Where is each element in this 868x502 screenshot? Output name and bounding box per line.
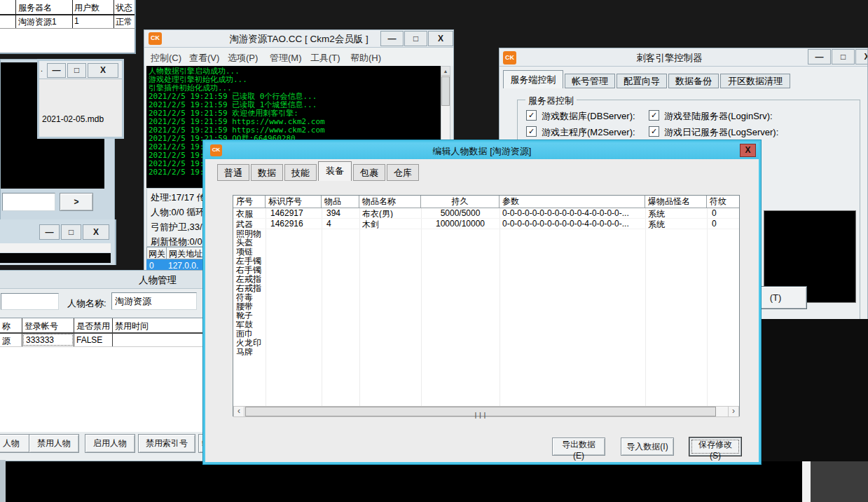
slot-row[interactable]: 右戒指 xyxy=(233,284,739,293)
slot-row[interactable]: 右手镯 xyxy=(233,266,739,275)
scroll-right-icon[interactable]: › xyxy=(728,407,738,416)
export-data-button[interactable]: 导出数据(E) xyxy=(552,437,605,456)
enable-character-button[interactable]: 启用人物 xyxy=(85,434,135,453)
tab-data[interactable]: 数据 xyxy=(251,164,283,181)
scroll-up-icon[interactable]: ▲ xyxy=(441,67,450,76)
column-header-params[interactable]: 参数 xyxy=(500,196,645,208)
equipment-row[interactable]: 衣服 1462917 394 布衣(男) 5000/5000 0-0-0-0-0… xyxy=(233,208,739,219)
scrollbar-thumb[interactable]: ||| xyxy=(245,407,716,416)
cell-durability: 10000/10000 xyxy=(421,219,500,229)
slot-row[interactable]: 腰带 xyxy=(233,302,739,311)
close-button[interactable]: X xyxy=(855,49,868,65)
minimize-button[interactable]: — xyxy=(39,224,60,240)
cell-slot: 衣服 xyxy=(233,208,266,218)
checkbox-loginsrv[interactable]: ✓ xyxy=(649,110,659,121)
bottom-gray-strip xyxy=(811,460,868,502)
divider xyxy=(166,247,167,259)
import-data-button[interactable]: 导入数据(I) xyxy=(621,437,674,456)
slot-row[interactable]: 照明物 xyxy=(233,229,739,238)
gateway-id: 0 xyxy=(149,261,154,271)
scroll-left-icon[interactable]: ‹ xyxy=(234,407,244,416)
slot-row[interactable]: 靴子 xyxy=(233,311,739,320)
checkbox-dbserver[interactable]: ✓ xyxy=(526,110,537,121)
right-dark-region xyxy=(761,319,868,461)
character-name-input[interactable] xyxy=(111,292,197,310)
column-header-slot[interactable]: 序号 xyxy=(233,196,266,208)
slot-row[interactable]: 马牌 xyxy=(233,348,739,357)
tab-zone-data-clean[interactable]: 开区数据清理 xyxy=(720,74,790,88)
column-header-rune[interactable]: 符纹 xyxy=(707,196,739,208)
next-button[interactable]: > xyxy=(60,193,93,211)
black-bar xyxy=(0,253,111,263)
tab-general[interactable]: 普通 xyxy=(217,164,249,181)
equipment-table: 序号 标识序号 物品 物品名称 持久 参数 爆物品怪名 符纹 衣服 146291… xyxy=(233,195,740,416)
minimize-button[interactable]: — xyxy=(380,31,404,46)
menu-item-help[interactable]: 帮助(H) xyxy=(350,52,381,65)
column-header-durability[interactable]: 持久 xyxy=(421,196,500,208)
white-band xyxy=(0,243,111,252)
account-row-login[interactable]: 333333 xyxy=(26,335,54,345)
equipment-row[interactable]: 武器 1462916 4 木剑 10000/10000 0-0-0-0-0-0-… xyxy=(233,219,739,229)
checkbox-logserver[interactable]: ✓ xyxy=(649,126,659,137)
slot-row[interactable]: 头盔 xyxy=(233,238,739,247)
slot-row[interactable]: 火龙印 xyxy=(233,339,739,348)
filter-input[interactable] xyxy=(1,293,59,310)
maximize-button[interactable]: □ xyxy=(404,31,427,46)
tab-equipment[interactable]: 装备 xyxy=(318,161,352,181)
save-changes-button[interactable]: 保存修改(S) xyxy=(689,437,741,456)
close-button[interactable]: X xyxy=(740,144,756,157)
tab-skills[interactable]: 技能 xyxy=(284,164,317,181)
menu-item-control[interactable]: 控制(C) xyxy=(151,52,181,65)
maximize-button[interactable]: □ xyxy=(832,49,855,65)
close-button[interactable]: X xyxy=(83,224,109,240)
maximize-button[interactable]: □ xyxy=(67,63,86,78)
checkbox-m2server[interactable]: ✓ xyxy=(526,126,537,137)
horizontal-scrollbar[interactable]: ‹ ||| › xyxy=(233,406,739,417)
cell-params: 0-0-0-0-0-0-0-0-0-0-0-4-0-0-0-0-... xyxy=(500,219,645,229)
strip-window: — □ X xyxy=(0,219,116,265)
cell-rune: 0 xyxy=(707,219,739,229)
character-name-label: 人物名称: xyxy=(67,297,106,310)
tab-server-control[interactable]: 服务端控制 xyxy=(503,70,563,88)
checkbox-label-loginsrv: 游戏登陆服务器(LoginSrv): xyxy=(664,110,773,123)
scrollbar-thumb[interactable] xyxy=(441,76,450,106)
menu-item-manage[interactable]: 管理(M) xyxy=(270,52,302,65)
path-field[interactable] xyxy=(2,193,55,211)
close-button[interactable]: X xyxy=(88,63,118,78)
menu-item-view[interactable]: 查看(V) xyxy=(189,52,219,65)
menu-item-tools[interactable]: 工具(T) xyxy=(310,52,340,65)
menubar: 控制(C) 查看(V) 选项(P) 管理(M) 工具(T) 帮助(H) xyxy=(144,48,453,66)
column-header-server-name: 服务器名 xyxy=(18,2,52,14)
tab-data-backup[interactable]: 数据备份 xyxy=(668,74,719,88)
server-row-name[interactable]: 淘游资源1 xyxy=(18,16,57,28)
server-row-status[interactable]: 正常 xyxy=(116,16,132,28)
close-button[interactable]: X xyxy=(428,31,453,46)
column-header-item-name[interactable]: 物品名称 xyxy=(359,196,421,208)
tab-bag[interactable]: 包裹 xyxy=(353,164,385,181)
tab-account-manage[interactable]: 帐号管理 xyxy=(565,74,615,88)
slot-row[interactable]: 军鼓 xyxy=(233,320,739,330)
account-row-name[interactable]: 源 xyxy=(2,335,11,347)
server-row-users[interactable]: 1 xyxy=(74,16,79,26)
column-header-banned: 是否禁用 xyxy=(76,320,110,332)
slot-row[interactable]: 项链 xyxy=(233,247,739,257)
cell-item-name: 布衣(男) xyxy=(359,208,421,218)
column-header-id[interactable]: 标识序号 xyxy=(266,196,322,208)
status-line: 处理:17/17 传 xyxy=(151,191,206,204)
minimize-button[interactable]: — xyxy=(47,63,66,78)
slot-row[interactable]: 左手镯 xyxy=(233,257,739,266)
column-header-drop-monster[interactable]: 爆物品怪名 xyxy=(645,196,707,208)
tab-warehouse[interactable]: 仓库 xyxy=(387,164,419,181)
account-row-banned[interactable]: FALSE xyxy=(76,335,102,345)
maximize-button[interactable]: □ xyxy=(61,224,81,240)
slot-row[interactable]: 符毒 xyxy=(233,293,739,302)
minimize-button[interactable]: — xyxy=(808,49,831,65)
column-header-item[interactable]: 物品 xyxy=(322,196,359,208)
titlebar[interactable]: CK 编辑人物数据 [淘游资源] X xyxy=(205,142,759,159)
slot-row[interactable]: 左戒指 xyxy=(233,275,739,284)
tab-config-wizard[interactable]: 配置向导 xyxy=(616,74,667,88)
ban-index-button[interactable]: 禁用索引号 xyxy=(138,434,195,453)
slot-row[interactable]: 面巾 xyxy=(233,330,739,339)
menu-item-options[interactable]: 选项(P) xyxy=(228,52,258,65)
ban-character-button[interactable]: 禁用人物 xyxy=(29,434,79,453)
